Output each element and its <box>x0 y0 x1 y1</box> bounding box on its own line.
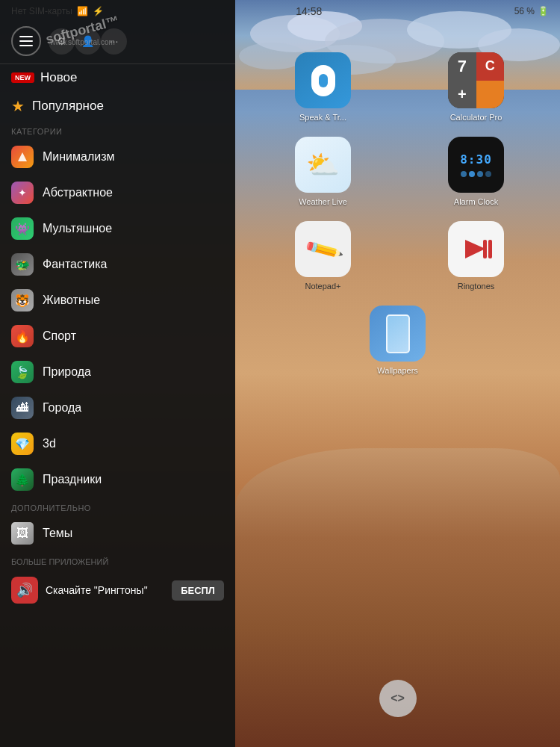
abstract-icon: ✦ <box>11 182 34 204</box>
battery-icon: 🔋 <box>538 6 549 16</box>
status-left: Нет SIM-карты 📶 ⚡ <box>11 6 104 16</box>
carrier-text: Нет SIM-карты <box>11 6 72 16</box>
cartoon-icon: 👾 <box>11 217 34 240</box>
categories-section-label: КАТЕГОРИИ <box>0 121 235 139</box>
calculator-pro-icon: 7 C + <box>448 52 504 108</box>
ringtone-app-icon: 🔊 <box>11 577 38 604</box>
fantasy-label: Фантастика <box>43 258 107 271</box>
app-weather-live[interactable]: ⛅ Weather Live <box>246 129 399 214</box>
wallpapers-label: Wallpapers <box>377 366 418 375</box>
sidebar-item-sport[interactable]: 🔥 Спорт <box>0 318 235 354</box>
additional-section-label: ДОПОЛНИТЕЛЬНО <box>0 498 235 515</box>
themes-label: Темы <box>43 527 72 540</box>
weather-live-icon: ⛅ <box>295 137 351 193</box>
sport-icon: 🔥 <box>11 325 34 347</box>
alarm-clock-label: Alarm Clock <box>454 197 498 206</box>
nature-icon: 🍃 <box>11 361 34 383</box>
star-icon: ★ <box>11 97 25 115</box>
app-calculator-pro[interactable]: 7 C + Calculator Pro <box>399 45 553 129</box>
app-alarm-clock[interactable]: 8:30 Alarm Clock <box>399 129 553 214</box>
new-label: Новое <box>40 70 77 85</box>
svg-marker-11 <box>465 240 485 258</box>
holidays-label: Праздники <box>43 473 102 486</box>
svg-rect-7 <box>19 36 33 37</box>
sidebar-item-themes[interactable]: 🖼 Темы <box>0 515 235 551</box>
download-ringtones-item[interactable]: 🔊 Скачайте "Рингтоны" БЕСПЛ <box>0 569 235 611</box>
status-right: 56 % 🔋 <box>514 6 549 16</box>
sport-label: Спорт <box>43 329 76 343</box>
free-button[interactable]: БЕСПЛ <box>172 580 224 601</box>
menu-button[interactable] <box>11 26 41 56</box>
battery-text: 56 % <box>514 6 535 16</box>
fantasy-icon: 🐲 <box>11 253 34 276</box>
svg-rect-13 <box>488 240 492 258</box>
nature-label: Природа <box>43 365 91 379</box>
minimalism-icon <box>11 146 34 168</box>
animals-icon: 🐯 <box>11 289 34 311</box>
ringtones-icon <box>448 221 504 277</box>
notepad-plus-icon: ✏️ <box>295 221 351 277</box>
sidebar-item-popular[interactable]: ★ Популярное <box>0 91 235 121</box>
speak-translate-icon <box>295 52 351 108</box>
ringtones-label: Ringtones <box>458 282 495 291</box>
app-ringtones[interactable]: Ringtones <box>399 214 553 298</box>
alarm-clock-icon: 8:30 <box>448 137 504 193</box>
cities-icon: 🏙 <box>11 397 34 419</box>
app-notepad-plus[interactable]: ✏️ Notepad+ <box>246 214 399 298</box>
notepad-plus-label: Notepad+ <box>305 282 340 291</box>
download-ringtones-text: Скачайте "Рингтоны" <box>46 584 172 596</box>
wallpapers-icon <box>370 306 426 362</box>
sidebar-item-fantasy[interactable]: 🐲 Фантастика <box>0 247 235 282</box>
animals-label: Животные <box>43 294 100 307</box>
main-area: Speak & Tr... 7 C + Calculator Pro ⛅ Wea… <box>235 22 560 747</box>
cartoon-label: Мультяшное <box>43 222 112 235</box>
status-time: 14:58 <box>296 5 322 17</box>
cities-label: Города <box>43 401 81 415</box>
code-button[interactable]: <> <box>379 680 417 717</box>
popular-label: Популярное <box>32 99 104 114</box>
svg-rect-9 <box>19 45 33 46</box>
new-badge: NEW <box>11 72 34 83</box>
svg-rect-8 <box>19 40 33 42</box>
sidebar-item-cartoon[interactable]: 👾 Мультяшное <box>0 211 235 247</box>
svg-rect-12 <box>483 240 487 258</box>
app-wallpapers[interactable]: Wallpapers <box>366 298 429 382</box>
sidebar-item-new[interactable]: NEW Новое <box>0 64 235 91</box>
sidebar-item-nature[interactable]: 🍃 Природа <box>0 354 235 390</box>
wallpapers-row: Wallpapers <box>235 298 560 382</box>
sidebar-item-minimalism[interactable]: Минимализм <box>0 139 235 175</box>
themes-icon: 🖼 <box>11 522 34 545</box>
3d-icon: 💎 <box>11 433 34 455</box>
more-apps-section-label: БОЛЬШЕ ПРИЛОЖЕНИЙ <box>0 551 235 569</box>
weather-live-label: Weather Live <box>299 197 347 206</box>
sidebar-item-abstract[interactable]: ✦ Абстрактное <box>0 175 235 211</box>
sidebar-item-animals[interactable]: 🐯 Животные <box>0 282 235 318</box>
abstract-label: Абстрактное <box>43 186 113 199</box>
speak-translate-label: Speak & Tr... <box>299 113 346 122</box>
sidebar: ⚙ 👤 ··· NEW Новое ★ Популярное КАТЕГОРИИ… <box>0 0 235 747</box>
charge-icon: ⚡ <box>93 6 104 16</box>
minimalism-label: Минимализм <box>43 150 115 164</box>
wifi-icon: 📶 <box>77 6 88 16</box>
sidebar-item-3d[interactable]: 💎 3d <box>0 426 235 462</box>
apps-grid: Speak & Tr... 7 C + Calculator Pro ⛅ Wea… <box>235 22 560 298</box>
calculator-pro-label: Calculator Pro <box>450 113 503 122</box>
svg-marker-10 <box>18 152 27 161</box>
watermark: softportal™ www.softportal.com <box>45 22 120 46</box>
sidebar-item-holidays[interactable]: 🌲 Праздники <box>0 462 235 498</box>
app-speak-translate[interactable]: Speak & Tr... <box>246 45 399 129</box>
holidays-icon: 🌲 <box>11 468 34 491</box>
3d-label: 3d <box>43 437 56 450</box>
sidebar-item-cities[interactable]: 🏙 Города <box>0 390 235 426</box>
status-bar: Нет SIM-карты 📶 ⚡ 14:58 56 % 🔋 <box>0 0 560 22</box>
